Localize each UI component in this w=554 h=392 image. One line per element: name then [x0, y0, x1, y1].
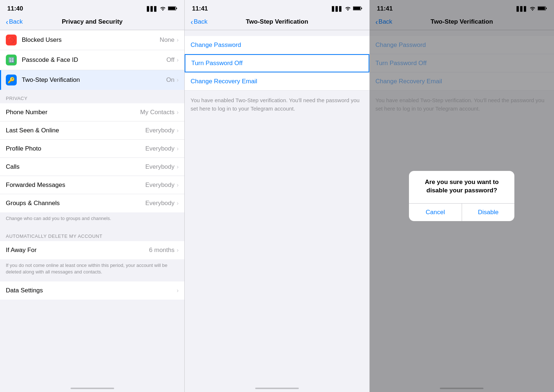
- wifi-icon-1: [160, 6, 166, 12]
- back-label-1: Back: [9, 18, 23, 25]
- twostep-value: On: [166, 76, 174, 84]
- last-seen-label: Last Seen & Online: [6, 127, 145, 134]
- forwarded-messages-row[interactable]: Forwarded Messages Everybody ›: [0, 176, 184, 194]
- groups-channels-label: Groups & Channels: [6, 200, 145, 207]
- if-away-for-value: 6 months: [149, 247, 174, 254]
- passcode-value: Off: [166, 56, 174, 64]
- blocked-users-row[interactable]: 🚫 Blocked Users None ›: [0, 30, 184, 50]
- if-away-for-chevron-icon: ›: [177, 247, 178, 253]
- nav-title-2: Two-Step Verification: [246, 18, 308, 25]
- status-bar-2: 11:41 ▋▋▋: [185, 0, 369, 15]
- delete-account-footer: If you do not come online at least once …: [0, 259, 184, 281]
- groups-channels-chevron-icon: ›: [177, 200, 178, 207]
- turn-password-off-label-2: Turn Password Off: [191, 60, 242, 67]
- passcode-icon: 🔢: [6, 55, 17, 65]
- panel-twostep-menu: 11:41 ▋▋▋ ‹ Back Two-Step Verification C…: [185, 0, 369, 392]
- blocked-label: Blocked Users: [22, 36, 160, 44]
- status-icons-1: ▋▋▋: [147, 6, 177, 12]
- battery-icon-2: [353, 6, 362, 12]
- delete-account-header: AUTOMATICALLY DELETE MY ACCOUNT: [0, 228, 184, 241]
- svg-rect-2: [176, 8, 177, 9]
- calls-chevron-icon: ›: [177, 164, 178, 170]
- change-password-item-2[interactable]: Change Password: [185, 36, 369, 54]
- passcode-chevron-icon: ›: [177, 57, 178, 63]
- last-seen-chevron-icon: ›: [177, 127, 178, 134]
- back-button-1[interactable]: ‹ Back: [6, 18, 23, 26]
- status-time-2: 11:41: [192, 5, 208, 12]
- profile-photo-label: Profile Photo: [6, 145, 145, 152]
- status-bar-1: 11:40 ▋▋▋: [0, 0, 184, 15]
- data-settings-row[interactable]: Data Settings ›: [0, 281, 184, 300]
- last-seen-value: Everybody: [145, 127, 174, 134]
- twostep-chevron-icon: ›: [177, 77, 178, 83]
- phone-number-value: My Contacts: [140, 109, 174, 116]
- signal-icon-1: ▋▋▋: [147, 6, 158, 12]
- phone-number-label: Phone Number: [6, 109, 140, 116]
- blocked-icon: 🚫: [6, 35, 17, 45]
- status-icons-2: ▋▋▋: [332, 6, 362, 12]
- phone-number-row[interactable]: Phone Number My Contacts ›: [0, 103, 184, 121]
- spacer-2: [185, 30, 369, 36]
- back-label-2: Back: [194, 18, 208, 25]
- battery-icon-1: [168, 6, 177, 12]
- forwarded-messages-value: Everybody: [145, 181, 174, 189]
- alert-dialog: Are you sure you want to disable your pa…: [409, 171, 514, 221]
- forwarded-messages-chevron-icon: ›: [177, 182, 178, 188]
- calls-label: Calls: [6, 163, 145, 171]
- blocked-chevron-icon: ›: [177, 37, 178, 43]
- twostep-icon: 🔑: [6, 75, 17, 85]
- twostep-row[interactable]: 🔑 Two-Step Verification On ›: [0, 70, 184, 90]
- chevron-back-icon-2: ‹: [190, 18, 193, 26]
- change-recovery-email-item-2[interactable]: Change Recovery Email: [185, 72, 369, 91]
- blocked-value: None: [160, 36, 174, 44]
- nav-bar-2: ‹ Back Two-Step Verification: [185, 15, 369, 30]
- nav-bar-1: ‹ Back Privacy and Security: [0, 15, 184, 30]
- calls-row[interactable]: Calls Everybody ›: [0, 158, 184, 176]
- data-settings-chevron-icon: ›: [177, 287, 178, 294]
- wifi-icon-2: [345, 6, 351, 12]
- security-section: 🚫 Blocked Users None › 🔢 Passcode & Face…: [0, 30, 184, 90]
- back-button-2[interactable]: ‹ Back: [190, 18, 207, 26]
- svg-rect-5: [361, 8, 362, 9]
- alert-overlay: Are you sure you want to disable your pa…: [370, 0, 554, 392]
- twostep-menu-section: Change Password Turn Password Off Change…: [185, 36, 369, 91]
- change-recovery-email-label-2: Change Recovery Email: [190, 78, 257, 85]
- passcode-row[interactable]: 🔢 Passcode & Face ID Off ›: [0, 50, 184, 70]
- twostep-label: Two-Step Verification: [22, 76, 166, 84]
- profile-photo-row[interactable]: Profile Photo Everybody ›: [0, 140, 184, 158]
- svg-rect-1: [168, 7, 175, 10]
- panel-twostep-alert: 11:41 ▋▋▋ ‹ Back Two-Step Verification C…: [370, 0, 554, 392]
- privacy-header: PRIVACY: [0, 90, 184, 103]
- turn-password-off-item-2[interactable]: Turn Password Off: [185, 54, 369, 72]
- panel-privacy-security: 11:40 ▋▋▋ ‹ Back Privacy and Security 🚫 …: [0, 0, 185, 392]
- chevron-back-icon-1: ‹: [6, 18, 8, 26]
- privacy-section: Phone Number My Contacts › Last Seen & O…: [0, 103, 184, 212]
- if-away-for-label: If Away For: [6, 247, 149, 254]
- privacy-footer: Change who can add you to groups and cha…: [0, 212, 184, 228]
- status-time-1: 11:40: [7, 5, 23, 12]
- home-indicator-2: [255, 388, 299, 389]
- forwarded-messages-label: Forwarded Messages: [6, 181, 145, 189]
- delete-account-section: If Away For 6 months ›: [0, 241, 184, 259]
- data-settings-section: Data Settings ›: [0, 281, 184, 300]
- alert-buttons: Cancel Disable: [409, 203, 514, 221]
- signal-icon-2: ▋▋▋: [332, 6, 343, 12]
- svg-rect-4: [353, 7, 360, 10]
- if-away-for-row[interactable]: If Away For 6 months ›: [0, 241, 184, 259]
- last-seen-row[interactable]: Last Seen & Online Everybody ›: [0, 121, 184, 140]
- alert-content: Are you sure you want to disable your pa…: [409, 171, 514, 203]
- passcode-label: Passcode & Face ID: [22, 56, 166, 64]
- home-indicator-1: [71, 388, 114, 389]
- change-password-label-2: Change Password: [190, 41, 241, 49]
- twostep-info-2: You have enabled Two-Step verification. …: [185, 91, 369, 119]
- nav-title-1: Privacy and Security: [62, 18, 123, 25]
- profile-photo-value: Everybody: [145, 145, 174, 152]
- calls-value: Everybody: [145, 163, 174, 171]
- groups-channels-row[interactable]: Groups & Channels Everybody ›: [0, 194, 184, 212]
- cancel-button[interactable]: Cancel: [409, 204, 462, 221]
- data-settings-label: Data Settings: [6, 287, 177, 294]
- profile-photo-chevron-icon: ›: [177, 145, 178, 152]
- alert-title: Are you sure you want to disable your pa…: [415, 178, 509, 194]
- disable-button[interactable]: Disable: [462, 204, 515, 221]
- groups-channels-value: Everybody: [145, 200, 174, 207]
